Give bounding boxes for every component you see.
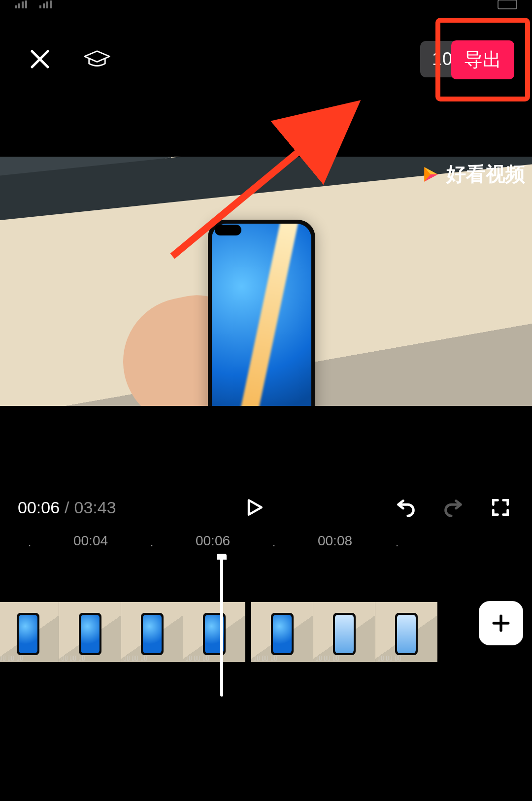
tutorial-button[interactable]: [83, 45, 111, 73]
export-highlight-annotation: 导出: [435, 18, 530, 101]
total-time: 03:43: [74, 498, 116, 517]
source-watermark: 好看视频: [420, 161, 525, 188]
export-button[interactable]: 导出: [451, 40, 514, 79]
fullscreen-button[interactable]: [487, 494, 514, 521]
haokan-logo-icon: [420, 164, 441, 185]
playhead[interactable]: [220, 556, 223, 697]
ruler-tick: 00:06: [196, 533, 230, 549]
timeline[interactable]: · 00:04 · 00:06 · 00:08 · ▯▯ ▯▯ ▯▯ ▯▯ ▯▯…: [0, 527, 532, 801]
ruler-dot: ·: [272, 538, 276, 552]
time-display: 00:06 / 03:43: [18, 498, 116, 517]
undo-button[interactable]: [392, 494, 420, 521]
clip-thumbnail[interactable]: ▯▯ ▯▯ ▯▯: [251, 602, 313, 662]
close-button[interactable]: [26, 45, 54, 73]
clip-thumbnail[interactable]: ▯▯ ▯▯ ▯▯: [183, 602, 245, 662]
clip-thumbnail[interactable]: ▯▯ ▯▯ ▯▯: [313, 602, 375, 662]
clip-track[interactable]: ▯▯ ▯▯ ▯▯ ▯▯ ▯▯ ▯▯ ▯▯ ▯▯ ▯▯ ▯▯ ▯▯ ▯▯ ▯▯ ▯…: [0, 602, 532, 662]
play-icon: [243, 497, 265, 518]
add-clip-button[interactable]: [479, 601, 523, 645]
plus-icon: [490, 612, 512, 634]
video-preview[interactable]: 好看视频: [0, 157, 532, 406]
status-bar: [0, 0, 532, 12]
close-icon: [28, 47, 52, 71]
clip-thumbnail[interactable]: ▯▯ ▯▯ ▯▯: [121, 602, 183, 662]
play-button[interactable]: [240, 494, 268, 521]
ruler-dot: ·: [28, 538, 32, 552]
redo-button[interactable]: [439, 494, 467, 521]
time-separator: /: [65, 498, 69, 517]
clip-thumbnail[interactable]: ▯▯ ▯▯ ▯▯: [59, 602, 121, 662]
watermark-text: 好看视频: [446, 161, 525, 188]
ruler-dot: ·: [396, 538, 399, 552]
clip-thumbnail[interactable]: ▯▯ ▯▯ ▯▯: [0, 602, 59, 662]
playback-controls: 00:06 / 03:43: [0, 486, 532, 529]
graduation-cap-icon: [83, 48, 111, 70]
ruler-tick: 00:08: [318, 533, 352, 549]
fullscreen-icon: [490, 497, 511, 518]
ruler-dot: ·: [150, 538, 154, 552]
current-time: 00:06: [18, 498, 60, 517]
undo-icon: [395, 496, 417, 519]
redo-icon: [442, 496, 465, 519]
clip-thumbnail[interactable]: ▯▯ ▯▯ ▯▯: [375, 602, 437, 662]
time-ruler[interactable]: · 00:04 · 00:06 · 00:08 ·: [0, 527, 532, 555]
ruler-tick: 00:04: [73, 533, 108, 549]
clip-gap: [245, 602, 251, 662]
